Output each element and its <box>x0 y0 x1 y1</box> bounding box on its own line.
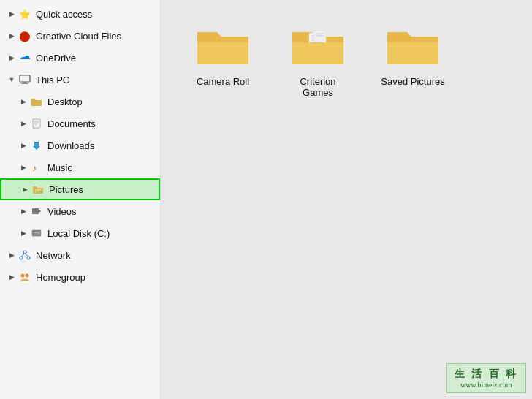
sidebar-label-network: Network <box>36 250 71 261</box>
saved-pictures-label: Saved Pictures <box>381 76 444 87</box>
sidebar-label-pictures: Pictures <box>49 184 83 195</box>
svg-point-16 <box>20 256 23 259</box>
svg-point-20 <box>21 274 25 278</box>
sidebar-label-music: Music <box>48 162 72 173</box>
watermark: 生 活 百 科 www.bimeiz.com <box>446 363 527 393</box>
sidebar-label-documents: Documents <box>48 118 96 129</box>
svg-rect-10 <box>32 208 39 214</box>
criterion-games-label: Criterion Games <box>285 76 351 98</box>
chevron-network <box>6 249 18 261</box>
chevron-videos <box>18 205 29 217</box>
svg-line-18 <box>21 254 25 256</box>
chevron-music <box>18 162 29 173</box>
svg-rect-14 <box>34 232 37 233</box>
main-content-area: Camera Roll Criterion Games <box>161 0 532 399</box>
sidebar-item-desktop[interactable]: Desktop <box>0 91 160 113</box>
saved-pictures-icon <box>384 22 442 72</box>
svg-rect-2 <box>21 83 28 84</box>
svg-point-15 <box>23 251 26 254</box>
chevron-downloads <box>18 140 29 151</box>
sidebar-item-this-pc[interactable]: This PC <box>0 69 160 91</box>
chevron-local-disk <box>18 227 29 239</box>
chevron-documents <box>18 118 29 129</box>
watermark-line2: www.bimeiz.com <box>455 381 519 389</box>
svg-point-17 <box>27 256 30 259</box>
sidebar-item-local-disk[interactable]: Local Disk (C:) <box>0 222 160 244</box>
svg-rect-0 <box>20 75 30 82</box>
folder-camera-roll[interactable]: Camera Roll <box>190 22 256 87</box>
svg-line-19 <box>25 254 28 256</box>
onedrive-icon <box>18 50 32 65</box>
sidebar-item-downloads[interactable]: Downloads <box>0 134 160 156</box>
sidebar-label-desktop: Desktop <box>48 96 83 107</box>
homegroup-icon <box>18 270 32 284</box>
network-icon <box>18 248 32 262</box>
chevron-pictures <box>19 183 31 195</box>
svg-point-13 <box>38 232 40 235</box>
folder-saved-pictures[interactable]: Saved Pictures <box>380 22 446 87</box>
documents-icon <box>29 116 44 131</box>
sidebar-label-this-pc: This PC <box>36 75 69 86</box>
folder-criterion-games[interactable]: Criterion Games <box>285 22 351 98</box>
sidebar-item-onedrive[interactable]: OneDrive <box>0 47 160 69</box>
desktop-folder-icon <box>29 94 44 109</box>
creative-cloud-icon: ⬤ <box>18 28 32 43</box>
sidebar-item-pictures[interactable]: Pictures <box>0 178 160 200</box>
local-disk-icon <box>29 226 44 240</box>
chevron-desktop <box>18 96 29 107</box>
criterion-games-icon <box>289 22 347 72</box>
svg-point-9 <box>36 189 37 190</box>
sidebar-item-quick-access[interactable]: ⭐ Quick access <box>0 3 160 25</box>
sidebar-item-documents[interactable]: Documents <box>0 113 160 134</box>
chevron-creative-cloud <box>6 30 18 42</box>
chevron-onedrive <box>6 52 18 64</box>
sidebar-label-quick-access: Quick access <box>36 9 92 20</box>
chevron-quick-access <box>6 8 18 20</box>
videos-icon <box>29 204 44 218</box>
camera-roll-icon <box>194 22 252 72</box>
svg-marker-11 <box>39 210 41 213</box>
pictures-icon <box>31 182 45 197</box>
svg-rect-1 <box>23 82 27 83</box>
sidebar-label-creative-cloud: Creative Cloud Files <box>36 31 121 42</box>
star-icon: ⭐ <box>18 7 32 21</box>
svg-rect-3 <box>33 119 40 128</box>
music-icon: ♪ <box>29 160 44 175</box>
sidebar-label-downloads: Downloads <box>48 140 94 151</box>
sidebar-label-homegroup: Homegroup <box>36 272 86 283</box>
sidebar-label-videos: Videos <box>48 206 77 217</box>
chevron-homegroup <box>6 271 18 283</box>
sidebar-item-homegroup[interactable]: Homegroup <box>0 266 160 288</box>
computer-icon <box>18 72 32 87</box>
sidebar-item-creative-cloud[interactable]: ⬤ Creative Cloud Files <box>0 25 160 47</box>
sidebar-item-network[interactable]: Network <box>0 244 160 266</box>
sidebar-item-music[interactable]: ♪ Music <box>0 156 160 178</box>
sidebar: ⭐ Quick access ⬤ Creative Cloud Files On… <box>0 0 161 399</box>
sidebar-item-videos[interactable]: Videos <box>0 200 160 222</box>
svg-text:♪: ♪ <box>32 163 37 172</box>
svg-point-21 <box>26 274 29 278</box>
sidebar-label-onedrive: OneDrive <box>36 53 76 64</box>
downloads-icon <box>29 138 44 153</box>
camera-roll-label: Camera Roll <box>197 76 249 87</box>
sidebar-label-local-disk: Local Disk (C:) <box>48 228 110 239</box>
chevron-this-pc <box>6 74 18 86</box>
watermark-line1: 生 活 百 科 <box>455 368 519 381</box>
